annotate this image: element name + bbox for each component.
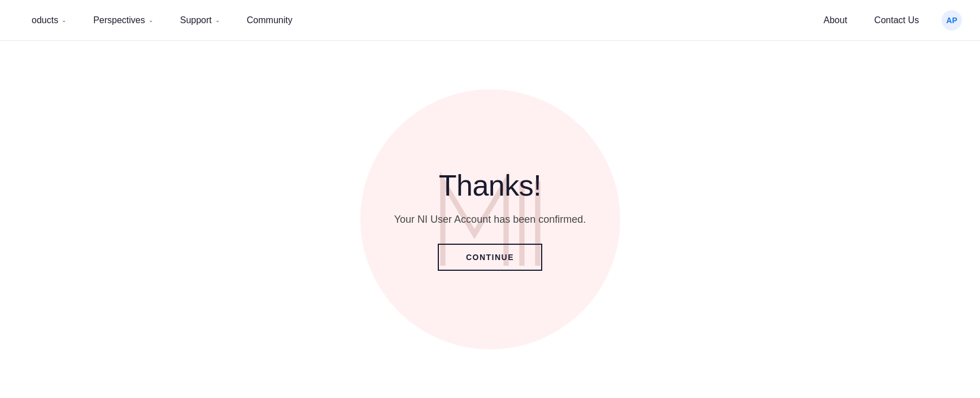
- nav-right: About Contact Us AP: [810, 0, 962, 41]
- nav-item-community[interactable]: Community: [233, 0, 306, 41]
- nav-item-contact-us[interactable]: Contact Us: [861, 0, 933, 41]
- content-inner: Thanks! Your NI User Account has been co…: [394, 168, 586, 271]
- nav-item-about[interactable]: About: [810, 0, 861, 41]
- continue-button[interactable]: CONTINUE: [438, 244, 542, 271]
- nav-label-products: oducts: [32, 15, 58, 25]
- nav-label-perspectives: Perspectives: [93, 15, 145, 25]
- thanks-title: Thanks!: [439, 168, 541, 202]
- chevron-icon-perspectives: ⌄: [149, 17, 153, 23]
- nav-left: oducts ⌄ Perspectives ⌄ Support ⌄ Commun…: [18, 0, 810, 41]
- confirmation-container: Thanks! Your NI User Account has been co…: [372, 135, 609, 305]
- nav-item-products[interactable]: oducts ⌄: [18, 0, 80, 41]
- nav-item-support[interactable]: Support ⌄: [167, 0, 233, 41]
- avatar-initials: AP: [946, 16, 957, 25]
- navbar: oducts ⌄ Perspectives ⌄ Support ⌄ Commun…: [0, 0, 980, 41]
- avatar[interactable]: AP: [942, 10, 962, 31]
- nav-label-support: Support: [180, 15, 212, 25]
- chevron-icon-products: ⌄: [62, 17, 66, 23]
- chevron-icon-support: ⌄: [215, 17, 220, 23]
- nav-label-contact-us: Contact Us: [874, 15, 919, 25]
- main-content: Thanks! Your NI User Account has been co…: [0, 41, 980, 398]
- confirmation-subtitle: Your NI User Account has been confirmed.: [394, 214, 586, 226]
- nav-label-about: About: [824, 15, 847, 25]
- nav-label-community: Community: [247, 15, 293, 25]
- nav-item-perspectives[interactable]: Perspectives ⌄: [80, 0, 167, 41]
